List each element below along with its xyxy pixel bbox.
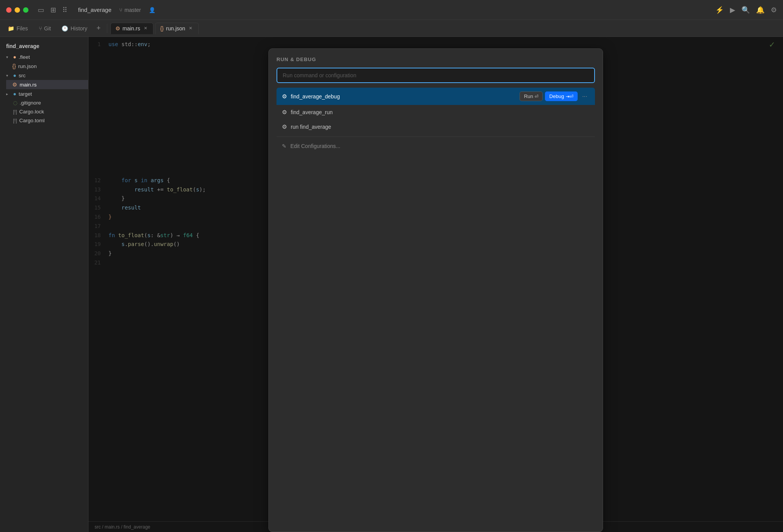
config-gear-icon-2: ⚙ bbox=[282, 109, 287, 116]
minimize-button[interactable] bbox=[15, 7, 20, 13]
chevron-down-icon: ▾ bbox=[6, 55, 11, 59]
editor-area: ✓ 1 use std::env; 12 for s in args { 13 bbox=[88, 37, 783, 532]
edit-icon: ✎ bbox=[282, 143, 287, 149]
titlebar-view-icons: ▭ ⊞ ⠿ bbox=[38, 6, 67, 14]
files-icon: 📁 bbox=[8, 25, 14, 32]
target-label: target bbox=[18, 91, 32, 97]
sidebar-item-runjson[interactable]: {} run.json bbox=[6, 62, 88, 71]
traffic-lights bbox=[6, 7, 28, 13]
config-list: ⚙ find_average_debug Run ⏎ Debug ⇥⏎ · bbox=[277, 88, 595, 153]
config-edit-item[interactable]: ✎ Edit Configurations... bbox=[277, 139, 595, 153]
new-tab-button[interactable]: + bbox=[93, 23, 104, 34]
edit-configs-label: Edit Configurations... bbox=[290, 143, 340, 149]
branch-name: master bbox=[125, 7, 141, 13]
cargolock-label: Cargo.lock bbox=[19, 109, 44, 115]
branch-icon: ⑂ bbox=[119, 7, 122, 13]
search-icon[interactable]: 🔍 bbox=[741, 6, 750, 14]
run-label: Run bbox=[524, 93, 533, 99]
git-label: Git bbox=[44, 25, 51, 32]
layout-icon[interactable]: ⊞ bbox=[50, 6, 56, 14]
runjson-tree-label: run.json bbox=[18, 63, 37, 69]
project-name: find_average bbox=[78, 7, 112, 13]
config-debug-label: find_average_debug bbox=[291, 93, 340, 100]
editor-tab-mainrs[interactable]: ⚙ main.rs ✕ bbox=[110, 23, 154, 34]
titlebar-right-actions: ⚡ ▶ 🔍 🔔 ⚙ bbox=[715, 6, 777, 14]
fleet-label: .fleet bbox=[18, 54, 30, 60]
config-divider bbox=[277, 136, 595, 137]
cargotoml-label: Cargo.toml bbox=[19, 118, 45, 123]
sidebar-item-fleet[interactable]: ▾ ● .fleet bbox=[0, 52, 88, 62]
history-label: History bbox=[70, 25, 87, 32]
toml-icon: [!] bbox=[13, 118, 17, 123]
sidebar-item-src[interactable]: ▾ ● src bbox=[0, 71, 88, 80]
folder-src-icon: ● bbox=[13, 72, 16, 78]
mainrs-label: main.rs bbox=[123, 25, 140, 32]
run-button[interactable]: Run ⏎ bbox=[520, 91, 543, 101]
config-item-run[interactable]: ⚙ find_average_run bbox=[277, 105, 595, 120]
runjson-icon: {} bbox=[160, 25, 163, 32]
gitignore-icon: ◌ bbox=[13, 100, 17, 106]
grid-icon[interactable]: ⠿ bbox=[62, 6, 67, 14]
config-runfind-label: run find_average bbox=[291, 124, 331, 130]
run-shortcut: ⏎ bbox=[535, 94, 538, 99]
tab-divider bbox=[107, 24, 107, 33]
titlebar: ▭ ⊞ ⠿ find_average ⑂ master 👤 ⚡ ▶ 🔍 🔔 ⚙ bbox=[0, 0, 783, 20]
files-label: Files bbox=[17, 25, 28, 32]
folder-target-icon: ● bbox=[13, 91, 16, 97]
run-debug-overlay: RUN & DEBUG ⚙ find_average_debug Run ⏎ bbox=[88, 37, 783, 532]
branch-indicator[interactable]: ⑂ master bbox=[119, 7, 141, 13]
config-gear-icon-1: ⚙ bbox=[282, 93, 287, 100]
chevron-right-icon: ▸ bbox=[6, 92, 11, 96]
sidebar: find_average ▾ ● .fleet {} run.json ▾ ● … bbox=[0, 37, 88, 532]
sidebar-item-mainrs[interactable]: ⚙ main.rs bbox=[6, 80, 88, 89]
gitignore-label: .gitignore bbox=[20, 100, 41, 106]
mainrs-icon: ⚙ bbox=[115, 25, 120, 32]
config-debug-actions: Run ⏎ Debug ⇥⏎ ··· bbox=[520, 91, 590, 101]
mainrs-tree-label: main.rs bbox=[20, 82, 37, 88]
config-item-run-find[interactable]: ⚙ run find_average bbox=[277, 120, 595, 134]
run-debug-title: RUN & DEBUG bbox=[277, 57, 595, 62]
lightning-icon[interactable]: ⚡ bbox=[715, 6, 724, 14]
project-title: find_average bbox=[0, 40, 88, 52]
src-label: src bbox=[18, 73, 25, 78]
tab-history[interactable]: 🕐 History bbox=[57, 23, 92, 34]
user-icon: 👤 bbox=[149, 7, 155, 13]
user-icon-area[interactable]: 👤 bbox=[149, 7, 155, 13]
run-debug-panel: RUN & DEBUG ⚙ find_average_debug Run ⏎ bbox=[268, 48, 603, 532]
tab-files[interactable]: 📁 Files bbox=[3, 23, 33, 34]
sidebar-toggle-icon[interactable]: ▭ bbox=[38, 6, 44, 14]
folder-icon: ● bbox=[13, 54, 16, 60]
maximize-button[interactable] bbox=[23, 7, 28, 13]
chevron-down-icon: ▾ bbox=[6, 73, 11, 78]
runjson-close-button[interactable]: ✕ bbox=[188, 25, 194, 32]
config-run-label: find_average_run bbox=[291, 109, 333, 115]
git-icon: ⑂ bbox=[39, 25, 42, 32]
more-button[interactable]: ··· bbox=[580, 92, 590, 101]
main-layout: find_average ▾ ● .fleet {} run.json ▾ ● … bbox=[0, 37, 783, 532]
config-gear-icon-3: ⚙ bbox=[282, 123, 287, 130]
play-icon[interactable]: ▶ bbox=[730, 6, 735, 14]
config-item-debug[interactable]: ⚙ find_average_debug Run ⏎ Debug ⇥⏎ · bbox=[277, 88, 595, 105]
bell-icon[interactable]: 🔔 bbox=[756, 6, 765, 14]
settings-icon[interactable]: ⚙ bbox=[771, 6, 777, 14]
runjson-label: run.json bbox=[166, 25, 185, 32]
debug-label: Debug bbox=[549, 93, 564, 99]
mainrs-close-button[interactable]: ✕ bbox=[142, 25, 148, 32]
editor-tab-runjson[interactable]: {} run.json ✕ bbox=[155, 23, 198, 34]
sidebar-item-cargolock[interactable]: [!] Cargo.lock bbox=[0, 107, 88, 116]
tabbar: 📁 Files ⑂ Git 🕐 History + ⚙ main.rs ✕ {}… bbox=[0, 20, 783, 37]
tab-git[interactable]: ⑂ Git bbox=[34, 23, 56, 34]
sidebar-item-cargotoml[interactable]: [!] Cargo.toml bbox=[0, 116, 88, 125]
debug-button[interactable]: Debug ⇥⏎ bbox=[545, 91, 577, 101]
debug-shortcut: ⇥⏎ bbox=[566, 94, 573, 99]
sidebar-item-target[interactable]: ▸ ● target bbox=[0, 89, 88, 98]
file-tree: ▾ ● .fleet {} run.json ▾ ● src ⚙ main.rs bbox=[0, 52, 88, 125]
json-icon: {} bbox=[12, 63, 16, 69]
lock-icon: [!] bbox=[13, 109, 17, 115]
close-button[interactable] bbox=[6, 7, 12, 13]
run-debug-input[interactable] bbox=[277, 68, 595, 83]
rust-icon: ⚙ bbox=[12, 81, 17, 88]
nav-tab-section: 📁 Files ⑂ Git 🕐 History + bbox=[3, 23, 104, 34]
sidebar-item-gitignore[interactable]: ◌ .gitignore bbox=[0, 98, 88, 107]
history-icon: 🕐 bbox=[62, 25, 68, 32]
